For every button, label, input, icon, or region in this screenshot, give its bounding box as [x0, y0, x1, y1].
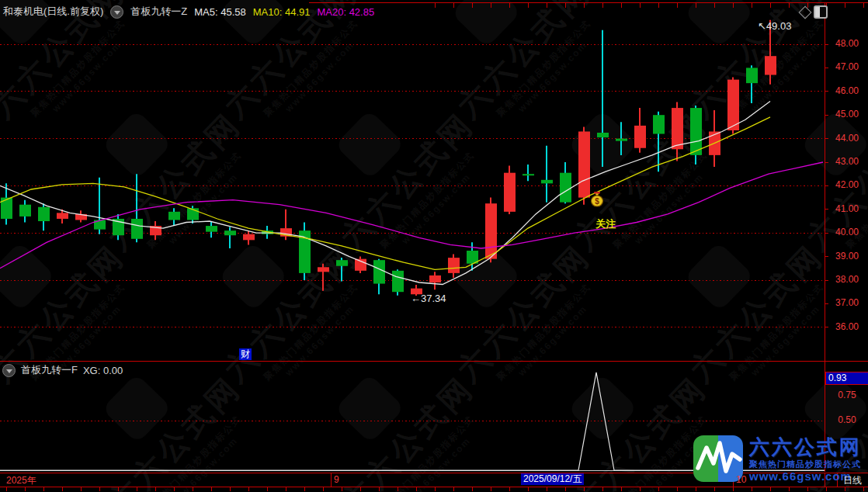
candle-body [560, 173, 571, 203]
timeline-selected-date[interactable]: 2025/09/12/五 [521, 473, 584, 485]
price-chart-canvas[interactable] [0, 0, 868, 492]
site-logo-subtitle: 聚焦热门精品炒股指标公式 [749, 459, 862, 469]
timeline-year-label: 2025年 [6, 474, 36, 487]
split-pane-icon-fill [815, 7, 820, 17]
candle-body [373, 260, 385, 283]
timeline-month-label: 9 [334, 474, 339, 485]
site-logo: 六六公式网 聚焦热门精品炒股指标公式 www.66gsw.com [693, 435, 868, 483]
candle-body [746, 68, 758, 83]
candle-body [224, 230, 236, 235]
price-axis-label: 36.00 [828, 321, 866, 332]
candle-body [57, 213, 68, 219]
price-axis-label: 46.00 [828, 85, 866, 96]
price-axis-label: 42.00 [828, 179, 866, 190]
candle-body [485, 203, 497, 258]
price-axis-label: 43.00 [828, 156, 866, 167]
candle-body [336, 260, 348, 266]
attention-label: 关注 [595, 217, 616, 231]
candle-body [727, 80, 739, 130]
price-axis-label: 48.00 [828, 38, 866, 49]
candle-body [690, 108, 702, 155]
candle-body [616, 139, 627, 141]
price-axis-label: 47.00 [828, 61, 866, 72]
money-bag-icon: $ [588, 189, 606, 208]
indicator-current-value-badge: 0.93 [825, 372, 868, 385]
candle-body [392, 271, 404, 292]
timeline-month-label: 10 [736, 474, 746, 485]
ma20-value: MA20: 42.85 [317, 6, 374, 18]
main-title-bar: 和泰机电(日线.前复权) 首板九转一Z MA5: 45.58 MA10: 44.… [3, 5, 374, 19]
candle-body [597, 133, 609, 137]
candle-body [206, 226, 217, 232]
split-pane-icon[interactable] [814, 5, 828, 19]
main-indicator-name: 首板九转一Z [130, 5, 187, 19]
high-price-annotation: ↖49.03 [758, 20, 791, 32]
ma10-value: MA10: 44.91 [253, 6, 311, 18]
price-axis-label: 45.00 [828, 109, 866, 120]
price-axis-label: 44.00 [828, 133, 866, 144]
news-badge[interactable]: 财 [239, 348, 252, 360]
candle-body [541, 180, 553, 184]
candle-body [243, 234, 255, 241]
candle-body [504, 173, 516, 212]
candle-body [448, 258, 460, 273]
price-axis-label: 38.00 [828, 274, 866, 285]
ma5-value: MA5: 45.58 [194, 6, 246, 18]
candle-body [634, 126, 646, 148]
price-axis-label: 39.00 [828, 251, 866, 262]
indicator-dropdown-icon[interactable] [110, 5, 123, 19]
candle-body [523, 174, 534, 175]
svg-text:$: $ [595, 197, 599, 206]
xg-value: XG: 0.00 [83, 365, 123, 376]
candle-body [672, 108, 683, 149]
stock-chart-app: { "header": { "stock": "和泰机电(日线.前复权)", "… [0, 0, 868, 492]
period-selector[interactable]: 日线 [843, 474, 862, 487]
price-axis-label: 37.00 [828, 297, 866, 308]
candle-body [429, 275, 441, 282]
price-axis-label: 41.00 [828, 203, 866, 214]
candle-body [653, 115, 665, 133]
stock-name: 和泰机电(日线.前复权) [3, 5, 103, 19]
sub-indicator-dropdown-icon[interactable] [2, 364, 16, 377]
candle-body [168, 212, 180, 220]
ma-line-ma10 [0, 117, 770, 269]
indicator-axis-label: 0.75 [828, 390, 866, 400]
sub-indicator-bar: 首板九转一F XG: 0.00 [2, 363, 123, 377]
candle-body [765, 56, 776, 74]
price-axis-label: 40.00 [828, 227, 866, 237]
candle-body [318, 267, 329, 272]
candle-body [131, 219, 143, 239]
candles [1, 20, 776, 296]
indicator-axis-label: 0.50 [828, 414, 866, 425]
sub-indicator-name: 首板九转一F [21, 363, 78, 377]
candle-body [38, 207, 50, 221]
candle-body [578, 131, 590, 197]
ma-line-ma20 [0, 162, 823, 269]
low-price-annotation: ←37.34 [411, 293, 446, 304]
site-logo-title: 六六公式网 [749, 435, 862, 459]
candle-body [19, 205, 31, 217]
